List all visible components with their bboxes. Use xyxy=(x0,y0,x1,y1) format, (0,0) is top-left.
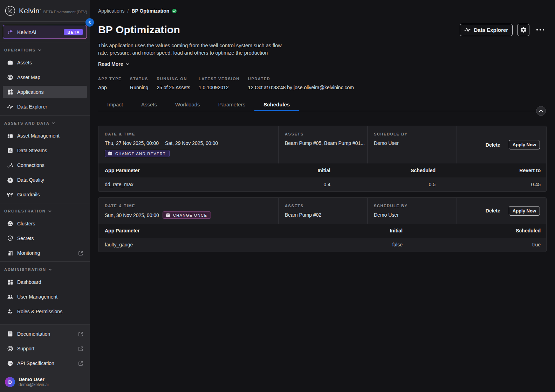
apply-now-button[interactable]: Apply Now xyxy=(509,140,540,149)
meta-latest-version: LATEST VERSION 1.0.10092012 xyxy=(199,77,240,91)
param-initial: 0.4 xyxy=(231,177,336,191)
tab-schedules[interactable]: Schedules xyxy=(254,99,299,111)
tab-assets[interactable]: Assets xyxy=(132,99,166,111)
meta-status: STATUS Running xyxy=(130,77,148,91)
external-link-icon xyxy=(78,346,83,351)
chevron-down-icon xyxy=(49,268,52,271)
divider xyxy=(0,115,90,115)
applications-grid-icon xyxy=(7,89,13,95)
role-gear-icon xyxy=(7,308,13,315)
sidebar-item-secrets[interactable]: Secrets xyxy=(3,232,87,245)
barrier-icon xyxy=(7,191,13,198)
pulse-icon xyxy=(464,27,471,33)
chevron-down-icon xyxy=(48,210,52,212)
chevron-up-icon xyxy=(539,110,543,112)
schedule-start-date: Thu, 27 Nov 2025, 00:00 xyxy=(105,140,159,147)
table-row: faulty_gauge false true xyxy=(98,238,546,252)
schedule-assets-cell: ASSETS Beam Pump #02 xyxy=(279,198,368,224)
tab-impact[interactable]: Impact xyxy=(98,99,132,111)
breadcrumb-applications-link[interactable]: Applications xyxy=(98,8,125,14)
data-explorer-button[interactable]: Data Explorer xyxy=(460,24,513,36)
sidebar-item-roles-permissions[interactable]: Roles & Permissions xyxy=(3,305,87,318)
avatar: D xyxy=(5,377,15,387)
sidebar-item-support[interactable]: Support xyxy=(3,342,87,355)
more-options-button[interactable] xyxy=(534,24,547,36)
read-more-toggle[interactable]: Read More xyxy=(98,61,129,67)
param-scheduled: 0.5 xyxy=(336,177,441,191)
user-name: Demo User xyxy=(19,377,49,382)
table-header-row: App Parameter Initial Scheduled Revert t… xyxy=(98,163,546,177)
connections-icon xyxy=(7,162,13,168)
sidebar-item-api-specification[interactable]: API Specification xyxy=(3,357,87,370)
meta-running-on: RUNNING ON 25 of 25 Assets xyxy=(157,77,190,91)
param-name: faulty_gauge xyxy=(98,238,270,252)
sidebar-item-assets[interactable]: Assets xyxy=(3,56,87,69)
sidebar-footer: Documentation Support API Specification xyxy=(0,324,90,392)
beta-badge: BETA xyxy=(64,29,83,35)
environment-label: BETA Environment (DEV) xyxy=(43,10,87,14)
chevron-left-icon xyxy=(88,21,91,24)
user-profile[interactable]: D Demo User demo@kelvin.ai xyxy=(0,372,90,392)
sidebar-item-user-management[interactable]: User Management xyxy=(3,290,87,303)
section-header-administration[interactable]: ADMINISTRATION xyxy=(0,266,90,273)
tab-bar: Impact Assets Workloads Parameters Sched… xyxy=(98,99,547,111)
schedule-by-cell: SCHEDULE BY Demo User xyxy=(368,198,457,224)
verified-check-icon xyxy=(172,9,177,13)
table-header-row: App Parameter Initial Scheduled xyxy=(98,224,546,238)
sidebar-item-dashboard[interactable]: Dashboard xyxy=(3,276,87,288)
section-header-operations[interactable]: OPERATIONS xyxy=(0,47,90,54)
schedule-by-cell: SCHEDULE BY Demo User xyxy=(368,126,457,163)
app-description: This application uses the values coming … xyxy=(98,42,547,57)
sidebar-item-asset-management[interactable]: Asset Management xyxy=(3,130,87,142)
schedule-type-badge: CHANGE AND REVERT xyxy=(105,150,170,157)
globe-icon xyxy=(7,74,13,80)
document-icon xyxy=(7,331,13,337)
sidebar-item-monitoring[interactable]: Monitoring xyxy=(3,247,87,259)
delete-button[interactable]: Delete xyxy=(486,142,500,148)
scroll-to-top-button[interactable] xyxy=(536,106,546,116)
sidebar-nav: OPERATIONS Assets Asset Map Applicati xyxy=(0,42,90,324)
sidebar-item-guardrails[interactable]: Guardrails xyxy=(3,188,87,201)
param-initial: false xyxy=(270,238,408,252)
meta-updated: UPDATED 12 Oct at 0:33:48 by jose.olivei… xyxy=(248,77,354,91)
brand-logo-row[interactable]: Kelvin◦ BETA Environment (DEV) xyxy=(0,0,90,22)
schedule-assets-value: Beam Pump #02 xyxy=(285,211,361,218)
kelvinai-label: KelvinAI xyxy=(17,29,36,35)
ellipsis-icon xyxy=(536,29,544,31)
chevron-down-icon xyxy=(52,122,55,124)
api-icon xyxy=(7,360,13,366)
section-header-assets-and-data[interactable]: ASSETS AND DATA xyxy=(0,120,90,127)
param-scheduled: true xyxy=(408,238,546,252)
delete-button[interactable]: Delete xyxy=(486,208,500,214)
sidebar-item-data-explorer[interactable]: Data Explorer xyxy=(3,100,87,113)
app-meta: APP TYPE App STATUS Running RUNNING ON 2… xyxy=(98,77,547,91)
schedule-date: Sun, 30 Nov 2025, 00:00 xyxy=(105,212,159,219)
sidebar-item-data-streams[interactable]: Data Streams xyxy=(3,144,87,157)
apply-now-button[interactable]: Apply Now xyxy=(509,206,540,216)
settings-button[interactable] xyxy=(517,24,529,36)
monitoring-icon xyxy=(7,250,13,256)
section-header-orchestration[interactable]: ORCHESTRATION xyxy=(0,208,90,215)
param-name: dd_rate_max xyxy=(98,177,231,191)
table-row: dd_rate_max 0.4 0.5 0.45 xyxy=(98,177,546,191)
tab-parameters[interactable]: Parameters xyxy=(209,99,255,111)
sidebar-item-connections[interactable]: Connections xyxy=(3,159,87,172)
sidebar-collapse-button[interactable] xyxy=(85,18,94,27)
sidebar-item-documentation[interactable]: Documentation xyxy=(3,328,87,340)
chevron-down-icon xyxy=(38,49,41,51)
sidebar-item-clusters[interactable]: Clusters xyxy=(3,217,87,230)
asset-management-icon xyxy=(7,133,13,139)
schedule-assets-cell: ASSETS Beam Pump #05, Beam Pump #01... xyxy=(279,126,368,163)
quality-seal-icon xyxy=(7,177,13,183)
breadcrumb-current: BP Optimization xyxy=(131,8,169,14)
sidebar-item-data-quality[interactable]: Data Quality xyxy=(3,174,87,186)
schedule-parameters-table: App Parameter Initial Scheduled faulty_g… xyxy=(98,224,546,252)
sidebar-item-applications[interactable]: Applications xyxy=(3,86,87,98)
meta-app-type: APP TYPE App xyxy=(98,77,122,91)
tab-workloads[interactable]: Workloads xyxy=(166,99,209,111)
sidebar-item-kelvinai[interactable]: KelvinAI BETA xyxy=(3,25,87,39)
kelvin-logo-icon xyxy=(5,6,15,16)
dashboard-icon xyxy=(7,279,13,285)
schedule-parameters-table: App Parameter Initial Scheduled Revert t… xyxy=(98,163,546,191)
sidebar-item-asset-map[interactable]: Asset Map xyxy=(3,71,87,84)
